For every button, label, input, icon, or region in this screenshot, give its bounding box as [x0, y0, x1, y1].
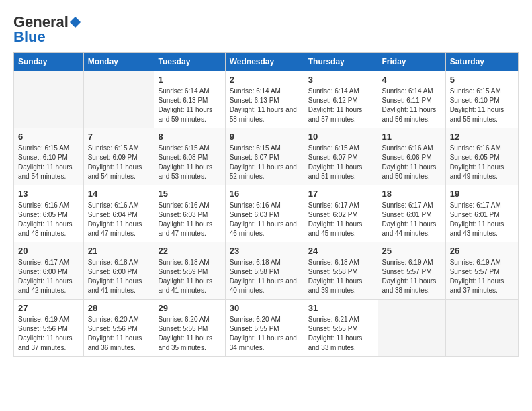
day-info: Sunrise: 6:19 AMSunset: 5:56 PMDaylight:… — [18, 315, 79, 353]
day-info: Sunrise: 6:15 AMSunset: 6:09 PMDaylight:… — [88, 144, 150, 181]
calendar-cell: 17 Sunrise: 6:17 AMSunset: 6:02 PMDaylig… — [304, 185, 378, 242]
day-number: 9 — [230, 132, 300, 142]
svg-marker-0 — [70, 17, 81, 28]
calendar-cell: 12 Sunrise: 6:16 AMSunset: 6:05 PMDaylig… — [445, 128, 518, 185]
calendar-cell: 19 Sunrise: 6:17 AMSunset: 6:01 PMDaylig… — [445, 185, 518, 242]
logo-icon — [69, 16, 81, 28]
day-number: 3 — [308, 75, 373, 85]
column-header-saturday: Saturday — [445, 53, 518, 71]
calendar-cell: 13 Sunrise: 6:16 AMSunset: 6:05 PMDaylig… — [14, 185, 84, 242]
day-info: Sunrise: 6:15 AMSunset: 6:07 PMDaylight:… — [308, 144, 373, 181]
calendar-cell: 3 Sunrise: 6:14 AMSunset: 6:12 PMDayligh… — [304, 71, 378, 128]
day-number: 8 — [159, 132, 221, 142]
day-number: 30 — [230, 303, 300, 313]
day-info: Sunrise: 6:15 AMSunset: 6:07 PMDaylight:… — [230, 144, 300, 181]
day-info: Sunrise: 6:21 AMSunset: 5:55 PMDaylight:… — [308, 315, 373, 353]
calendar-cell: 20 Sunrise: 6:17 AMSunset: 6:00 PMDaylig… — [14, 242, 84, 300]
calendar-cell: 25 Sunrise: 6:19 AMSunset: 5:57 PMDaylig… — [378, 242, 445, 300]
week-row-3: 13 Sunrise: 6:16 AMSunset: 6:05 PMDaylig… — [14, 185, 519, 242]
day-info: Sunrise: 6:19 AMSunset: 5:57 PMDaylight:… — [382, 258, 441, 295]
column-header-thursday: Thursday — [304, 53, 378, 71]
calendar-cell: 26 Sunrise: 6:19 AMSunset: 5:57 PMDaylig… — [445, 242, 518, 300]
calendar-cell: 27 Sunrise: 6:19 AMSunset: 5:56 PMDaylig… — [14, 300, 84, 357]
day-info: Sunrise: 6:17 AMSunset: 6:01 PMDaylight:… — [450, 201, 514, 238]
day-info: Sunrise: 6:18 AMSunset: 6:00 PMDaylight:… — [88, 258, 150, 295]
calendar-cell: 2 Sunrise: 6:14 AMSunset: 6:13 PMDayligh… — [225, 71, 304, 128]
day-info: Sunrise: 6:20 AMSunset: 5:55 PMDaylight:… — [230, 315, 300, 353]
calendar-cell: 11 Sunrise: 6:16 AMSunset: 6:06 PMDaylig… — [378, 128, 445, 185]
column-header-tuesday: Tuesday — [154, 53, 225, 71]
calendar-cell: 1 Sunrise: 6:14 AMSunset: 6:13 PMDayligh… — [154, 71, 225, 128]
calendar-cell: 6 Sunrise: 6:15 AMSunset: 6:10 PMDayligh… — [14, 128, 84, 185]
day-number: 15 — [159, 189, 221, 199]
day-info: Sunrise: 6:18 AMSunset: 5:59 PMDaylight:… — [159, 258, 221, 295]
logo: General Blue — [13, 13, 82, 46]
day-info: Sunrise: 6:14 AMSunset: 6:12 PMDaylight:… — [308, 87, 373, 124]
calendar-cell: 16 Sunrise: 6:16 AMSunset: 6:03 PMDaylig… — [225, 185, 304, 242]
day-number: 23 — [230, 246, 300, 256]
calendar-cell: 31 Sunrise: 6:21 AMSunset: 5:55 PMDaylig… — [304, 300, 378, 357]
day-number: 31 — [308, 303, 373, 313]
day-number: 18 — [382, 189, 441, 199]
page-header: General Blue — [13, 13, 519, 46]
day-number: 28 — [88, 303, 150, 313]
calendar-cell: 5 Sunrise: 6:15 AMSunset: 6:10 PMDayligh… — [445, 71, 518, 128]
day-info: Sunrise: 6:16 AMSunset: 6:06 PMDaylight:… — [382, 144, 441, 181]
day-info: Sunrise: 6:15 AMSunset: 6:08 PMDaylight:… — [159, 144, 221, 181]
calendar-cell: 28 Sunrise: 6:20 AMSunset: 5:56 PMDaylig… — [83, 300, 154, 357]
day-number: 6 — [18, 132, 79, 142]
day-number: 20 — [18, 246, 79, 256]
day-number: 19 — [450, 189, 514, 199]
day-info: Sunrise: 6:16 AMSunset: 6:04 PMDaylight:… — [88, 201, 150, 238]
calendar-cell: 24 Sunrise: 6:18 AMSunset: 5:58 PMDaylig… — [304, 242, 378, 300]
calendar-cell: 18 Sunrise: 6:17 AMSunset: 6:01 PMDaylig… — [378, 185, 445, 242]
day-number: 4 — [382, 75, 441, 85]
day-number: 25 — [382, 246, 441, 256]
column-header-friday: Friday — [378, 53, 445, 71]
day-info: Sunrise: 6:16 AMSunset: 6:05 PMDaylight:… — [450, 144, 514, 181]
day-number: 13 — [18, 189, 79, 199]
calendar-cell: 23 Sunrise: 6:18 AMSunset: 5:58 PMDaylig… — [225, 242, 304, 300]
day-number: 16 — [230, 189, 300, 199]
day-info: Sunrise: 6:17 AMSunset: 6:01 PMDaylight:… — [382, 201, 441, 238]
calendar-cell: 21 Sunrise: 6:18 AMSunset: 6:00 PMDaylig… — [83, 242, 154, 300]
calendar-cell — [445, 300, 518, 357]
column-header-wednesday: Wednesday — [225, 53, 304, 71]
day-info: Sunrise: 6:20 AMSunset: 5:56 PMDaylight:… — [88, 315, 150, 353]
day-info: Sunrise: 6:14 AMSunset: 6:13 PMDaylight:… — [159, 87, 221, 124]
calendar-cell: 7 Sunrise: 6:15 AMSunset: 6:09 PMDayligh… — [83, 128, 154, 185]
day-number: 21 — [88, 246, 150, 256]
day-info: Sunrise: 6:20 AMSunset: 5:55 PMDaylight:… — [159, 315, 221, 353]
day-number: 2 — [230, 75, 300, 85]
day-info: Sunrise: 6:14 AMSunset: 6:13 PMDaylight:… — [230, 87, 300, 124]
day-number: 12 — [450, 132, 514, 142]
day-info: Sunrise: 6:15 AMSunset: 6:10 PMDaylight:… — [18, 144, 79, 181]
day-number: 1 — [159, 75, 221, 85]
calendar-cell: 9 Sunrise: 6:15 AMSunset: 6:07 PMDayligh… — [225, 128, 304, 185]
column-header-monday: Monday — [83, 53, 154, 71]
day-number: 14 — [88, 189, 150, 199]
calendar-cell: 4 Sunrise: 6:14 AMSunset: 6:11 PMDayligh… — [378, 71, 445, 128]
day-info: Sunrise: 6:18 AMSunset: 5:58 PMDaylight:… — [308, 258, 373, 295]
calendar-cell: 8 Sunrise: 6:15 AMSunset: 6:08 PMDayligh… — [154, 128, 225, 185]
day-info: Sunrise: 6:17 AMSunset: 6:00 PMDaylight:… — [18, 258, 79, 295]
calendar-cell: 22 Sunrise: 6:18 AMSunset: 5:59 PMDaylig… — [154, 242, 225, 300]
day-info: Sunrise: 6:15 AMSunset: 6:10 PMDaylight:… — [450, 87, 514, 124]
week-row-5: 27 Sunrise: 6:19 AMSunset: 5:56 PMDaylig… — [14, 300, 519, 357]
day-info: Sunrise: 6:14 AMSunset: 6:11 PMDaylight:… — [382, 87, 441, 124]
day-number: 5 — [450, 75, 514, 85]
calendar-cell: 14 Sunrise: 6:16 AMSunset: 6:04 PMDaylig… — [83, 185, 154, 242]
calendar-cell — [378, 300, 445, 357]
day-number: 11 — [382, 132, 441, 142]
calendar-cell: 10 Sunrise: 6:15 AMSunset: 6:07 PMDaylig… — [304, 128, 378, 185]
day-number: 17 — [308, 189, 373, 199]
calendar-cell: 30 Sunrise: 6:20 AMSunset: 5:55 PMDaylig… — [225, 300, 304, 357]
day-number: 26 — [450, 246, 514, 256]
calendar-cell — [14, 71, 84, 128]
day-number: 10 — [308, 132, 373, 142]
week-row-4: 20 Sunrise: 6:17 AMSunset: 6:00 PMDaylig… — [14, 242, 519, 300]
day-info: Sunrise: 6:17 AMSunset: 6:02 PMDaylight:… — [308, 201, 373, 238]
day-number: 29 — [159, 303, 221, 313]
day-info: Sunrise: 6:16 AMSunset: 6:03 PMDaylight:… — [230, 201, 300, 238]
day-info: Sunrise: 6:19 AMSunset: 5:57 PMDaylight:… — [450, 258, 514, 295]
